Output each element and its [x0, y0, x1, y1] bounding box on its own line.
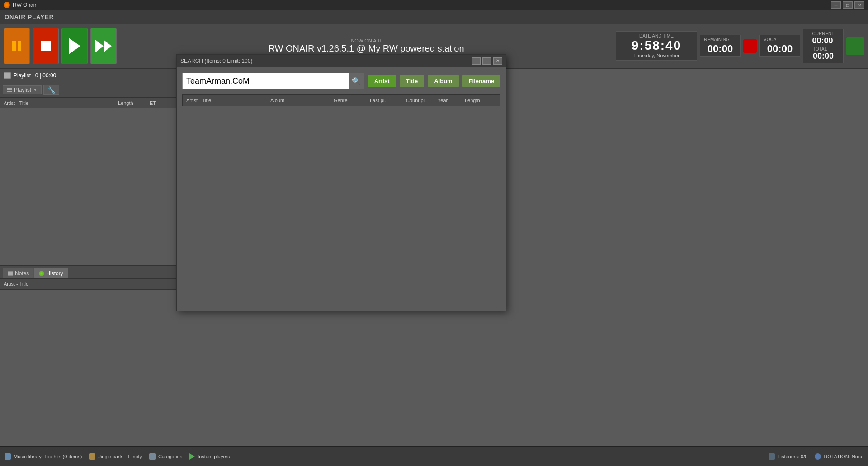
col-length: Length: [118, 100, 150, 106]
filter-title-button[interactable]: Title: [400, 75, 425, 87]
rotation-icon: [815, 453, 821, 460]
playlist-columns: Artist - Title Length ET: [0, 98, 176, 108]
vocal-label: VOCAL: [764, 37, 779, 42]
clock-display: 9:58:40: [632, 38, 682, 53]
date-time-section: DATE AND TIME 9:58:40 Thursday, November: [616, 31, 697, 61]
music-library-status: Music library: Top hits (0 items): [5, 453, 82, 460]
results-content: [182, 106, 500, 305]
dialog-close-btn[interactable]: ✕: [493, 57, 502, 65]
rotation-status: ROTATION: None: [815, 453, 863, 460]
dialog-controls[interactable]: ─ □ ✕: [472, 57, 502, 65]
search-go-button[interactable]: 🔍: [349, 73, 364, 89]
date-display: Thursday, November: [633, 53, 679, 58]
playlist-header: Playlist | 0 | 00:00: [0, 69, 176, 82]
vocal-section: VOCAL 00:00: [760, 35, 800, 57]
listeners-status: Listeners: 0/0: [769, 453, 807, 460]
playlist-toolbar: Playlist ▼ 🔧: [0, 82, 176, 98]
filter-album-button[interactable]: Album: [428, 75, 458, 87]
col-artist-title: Artist - Title: [4, 100, 118, 106]
fast-forward-button[interactable]: [90, 28, 117, 64]
notes-tab-label: Notes: [15, 270, 29, 277]
history-icon: [39, 271, 44, 276]
listeners-icon: [769, 453, 775, 460]
title-bar: RW Onair ─ □ ✕: [0, 0, 868, 10]
filter-filename-button[interactable]: Filename: [462, 75, 500, 87]
remaining-label: REMAINING: [704, 37, 730, 42]
jingle-carts-icon: [89, 453, 95, 460]
history-col-artist: Artist - Title: [4, 281, 28, 287]
search-input[interactable]: [183, 74, 349, 89]
playlist-wrench-button[interactable]: 🔧: [43, 85, 59, 95]
history-tab-label: History: [46, 270, 63, 277]
history-content: [0, 290, 176, 447]
stop-button[interactable]: [33, 28, 59, 64]
current-total-section: CURRENT 00:00 TOTAL 00:00: [803, 29, 844, 63]
app-header-title: ONAIR PLAYER: [5, 14, 54, 20]
history-tab[interactable]: History: [34, 268, 68, 278]
now-on-air-label: NOW ON AIR: [351, 38, 381, 43]
filter-artist-button[interactable]: Artist: [368, 75, 396, 87]
categories-text: Categories: [158, 454, 182, 459]
history-header: Artist - Title: [0, 279, 176, 290]
remaining-value: 00:00: [708, 43, 733, 55]
remaining-section: REMAINING 00:00: [700, 35, 741, 57]
categories-icon: [149, 453, 156, 460]
status-right: Listeners: 0/0 ROTATION: None: [769, 453, 863, 460]
col-et: ET: [150, 100, 172, 106]
header-bar: ONAIR PLAYER: [0, 10, 868, 24]
search-row: 🔍 Artist Title Album Filename: [182, 73, 500, 89]
results-col-genre: Genre: [334, 98, 370, 103]
results-header: Artist - Title Album Genre Last pl. Coun…: [182, 94, 500, 106]
pause-button[interactable]: [4, 28, 30, 64]
app-icon: [4, 2, 10, 8]
dialog-content: 🔍 Artist Title Album Filename Artist - T…: [177, 67, 506, 311]
playlist-content: [0, 108, 176, 265]
notes-icon: [8, 271, 13, 276]
results-col-year: Year: [438, 98, 465, 103]
left-panel: Playlist | 0 | 00:00 Playlist ▼ 🔧 Artist…: [0, 69, 176, 446]
rotation-text: ROTATION: None: [824, 454, 863, 459]
red-indicator: [743, 39, 757, 53]
results-col-count: Count pl.: [406, 98, 438, 103]
dialog-minimize-btn[interactable]: ─: [472, 57, 481, 65]
results-col-length: Length: [465, 98, 496, 103]
minimize-button[interactable]: ─: [831, 1, 841, 9]
title-bar-left: RW Onair: [4, 2, 36, 8]
current-label: CURRENT: [812, 31, 835, 36]
now-on-air-section: NOW ON AIR RW ONAIR v1.26.5.1 @ My RW po…: [119, 38, 613, 54]
dialog-title: SEARCH (Items: 0 Limit: 100): [180, 58, 252, 64]
instant-players-text: Instant players: [198, 454, 230, 459]
playlist-file-icon: [4, 72, 11, 79]
instant-players-icon: [189, 453, 195, 460]
categories-status: Categories: [149, 453, 182, 460]
wrench-icon: 🔧: [47, 86, 55, 94]
status-bar: Music library: Top hits (0 items) Jingle…: [0, 446, 868, 466]
playlist-button[interactable]: Playlist ▼: [3, 85, 42, 94]
search-input-wrapper: 🔍: [182, 73, 364, 89]
close-button[interactable]: ✕: [854, 1, 864, 9]
results-col-lastpl: Last pl.: [370, 98, 406, 103]
date-time-label: DATE AND TIME: [639, 33, 674, 38]
listeners-text: Listeners: 0/0: [778, 454, 807, 459]
current-value: 00:00: [812, 36, 833, 46]
total-value: 00:00: [813, 52, 834, 61]
results-col-artist: Artist - Title: [186, 98, 270, 103]
app-title: RW Onair: [13, 2, 36, 8]
notes-tab[interactable]: Notes: [3, 268, 34, 278]
dialog-titlebar: SEARCH (Items: 0 Limit: 100) ─ □ ✕: [177, 55, 506, 67]
results-col-album: Album: [270, 98, 334, 103]
music-library-text: Music library: Top hits (0 items): [14, 454, 82, 459]
title-bar-controls[interactable]: ─ □ ✕: [831, 1, 864, 9]
jingle-carts-status: Jingle carts - Empty: [89, 453, 142, 460]
music-library-icon: [5, 453, 11, 460]
bottom-tabs: Notes History: [0, 265, 176, 279]
search-dialog: SEARCH (Items: 0 Limit: 100) ─ □ ✕ 🔍 Art…: [176, 54, 506, 311]
maximize-button[interactable]: □: [843, 1, 853, 9]
playlist-btn-label: Playlist: [14, 87, 31, 93]
dialog-maximize-btn[interactable]: □: [482, 57, 491, 65]
vocal-value: 00:00: [767, 43, 793, 55]
play-button[interactable]: [61, 28, 88, 64]
playlist-title: Playlist | 0 | 00:00: [14, 72, 56, 79]
green-status-indicator: [846, 37, 864, 55]
total-label: TOTAL: [813, 47, 827, 52]
